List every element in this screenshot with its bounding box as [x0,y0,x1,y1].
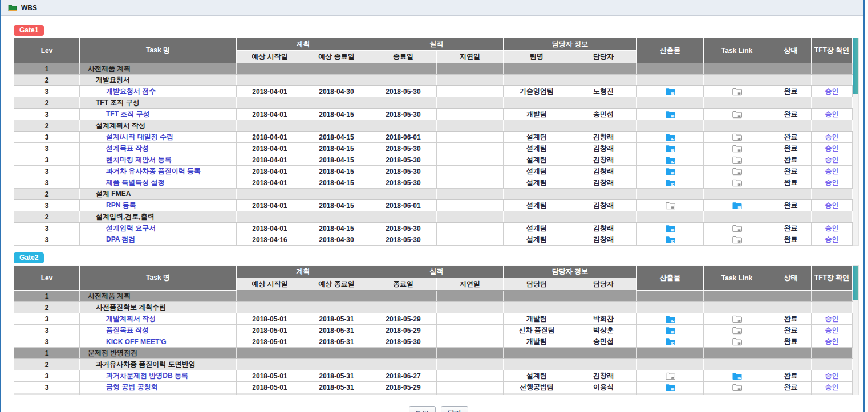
cell-task-name: 과거유사차종 품질이력 도면반영 [80,359,237,370]
task-name-link[interactable]: 설계목표 작성 [106,144,149,152]
cell-tft-confirm [812,97,853,109]
gray-folder-icon[interactable] [732,145,742,153]
blue-folder-icon[interactable] [666,338,675,346]
blue-folder-icon[interactable] [732,372,742,380]
gray-folder-icon[interactable] [732,338,742,346]
cell-task-link [704,200,770,211]
gates-container: Gate1LevTask 명계획실적담당자 정보산출물Task Link상태TF… [14,25,863,395]
gray-folder-icon[interactable] [732,111,742,119]
cell-task-name: 품질목표 작성 [80,325,237,336]
approve-link[interactable]: 승인 [825,156,839,164]
approve-link[interactable]: 승인 [825,167,839,175]
blue-folder-icon[interactable] [666,179,675,187]
task-name-link[interactable]: DPA 점검 [106,235,135,243]
cell-task-link [704,63,770,75]
blue-folder-icon[interactable] [666,145,675,153]
col-header-deliverable: 산출물 [637,38,704,63]
blue-folder-icon[interactable] [666,156,675,164]
approve-link[interactable]: 승인 [825,383,839,391]
gray-folder-icon[interactable] [732,225,742,232]
header-group-row: LevTask 명계획실적담당자 정보산출물Task Link상태TFT장 확인 [14,266,853,278]
task-name-link[interactable]: 벤치마킹 제안서 등록 [106,156,172,164]
task-name-link[interactable]: 설계/시작 대일정 수립 [106,133,173,141]
col-subheader-actual-end: 종료일 [370,278,437,291]
approve-link[interactable]: 승인 [825,315,839,323]
task-name-link[interactable]: TFT 조직 구성 [106,110,150,118]
cell-plan-start: 2018-04-01 [237,177,303,189]
wbs-window: WBS Gate1LevTask 명계획실적담당자 정보산출물Task Link… [0,0,865,412]
cell-person: 송민섭 [570,109,637,120]
cell-plan-start [237,291,303,302]
cell-person [570,348,637,359]
table-row-lev3: 3제품 특별특성 설정2018-04-012018-04-152018-05-3… [14,177,853,189]
gate1-scrollbar[interactable] [853,38,859,246]
edit-button[interactable]: Edit [409,406,436,412]
cell-plan-start [237,302,303,313]
cell-status [770,359,812,370]
cell-delay [437,189,504,200]
blue-folder-icon[interactable] [666,315,675,323]
approve-link[interactable]: 승인 [825,144,839,152]
approve-link[interactable]: 승인 [825,235,839,243]
blue-folder-icon[interactable] [666,168,675,176]
task-name-link[interactable]: 제품 특별특성 설정 [106,178,165,186]
approve-link[interactable]: 승인 [825,87,839,95]
approve-link[interactable]: 승인 [825,326,839,334]
blue-folder-icon[interactable] [666,133,675,141]
wbs-folder-icon [8,4,17,11]
gray-folder-icon[interactable] [666,202,675,210]
gray-folder-icon[interactable] [732,384,742,391]
cell-person [570,302,637,313]
task-name-link[interactable]: 과거차문제점 반영DB 등록 [106,372,188,380]
approve-link[interactable]: 승인 [825,224,839,232]
cell-delay [437,348,504,359]
approve-link[interactable]: 승인 [825,201,839,209]
approve-link[interactable]: 승인 [825,110,839,118]
gray-folder-icon[interactable] [732,168,742,176]
gray-folder-icon[interactable] [732,133,742,141]
gray-folder-icon[interactable] [732,315,742,323]
col-subheader-plan-start: 예상 시작일 [237,278,303,291]
gray-folder-icon[interactable] [732,179,742,187]
cell-person [570,120,637,132]
approve-link[interactable]: 승인 [825,178,839,186]
cell-deliverable [637,348,704,359]
approve-link[interactable]: 승인 [825,133,839,141]
task-name-link[interactable]: 개발계획서 작성 [106,315,156,323]
cell-deliverable [637,382,704,393]
scrollbar-thumb[interactable] [853,38,858,94]
gray-folder-icon[interactable] [732,156,742,164]
task-name-link[interactable]: 과거차 유사차종 품질이력 등록 [106,167,201,175]
gray-folder-icon[interactable] [732,236,742,244]
gate2-scrollbar[interactable] [853,265,859,395]
task-name-link[interactable]: 품질목표 작성 [106,326,149,334]
gray-folder-icon[interactable] [732,88,742,96]
close-button[interactable]: 닫기 [441,406,468,412]
cell-tft-confirm: 승인 [812,109,853,120]
task-name-link[interactable]: 개발요청서 접수 [106,87,156,95]
cell-actual-end [370,302,437,313]
task-name-link[interactable]: 금형 공법 공청회 [106,383,158,391]
cell-deliverable [637,109,704,120]
task-name-link[interactable]: RPN 등록 [106,201,136,209]
gray-folder-icon[interactable] [666,372,675,380]
cell-person [570,75,637,86]
cell-team: 설계팀 [504,177,570,189]
approve-link[interactable]: 승인 [825,372,839,380]
blue-folder-icon[interactable] [666,111,675,119]
blue-folder-icon[interactable] [732,202,742,210]
blue-folder-icon[interactable] [666,88,675,96]
scrollbar-thumb[interactable] [853,266,858,300]
blue-folder-icon[interactable] [666,384,675,391]
blue-folder-icon[interactable] [666,327,675,335]
gray-folder-icon[interactable] [732,327,742,335]
approve-link[interactable]: 승인 [825,337,839,345]
cell-plan-start: 2018-04-01 [237,109,303,120]
task-name-link[interactable]: 설계입력 요구서 [106,224,156,232]
cell-task-link [704,234,770,246]
cell-team: 설계팀 [504,143,570,154]
task-name-link[interactable]: KICK OFF MEET'G [106,338,167,346]
blue-folder-icon[interactable] [666,236,675,244]
blue-folder-icon[interactable] [666,225,675,232]
cell-team [504,120,570,132]
